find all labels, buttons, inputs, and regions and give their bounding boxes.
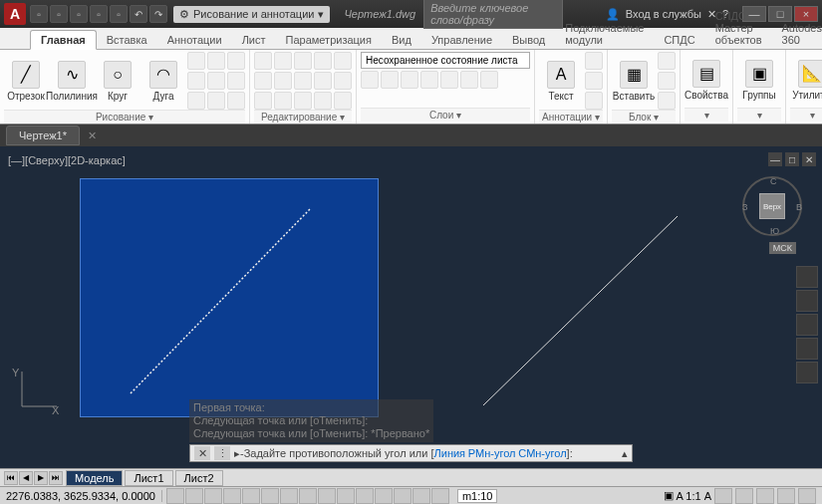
draw-sm-3[interactable] <box>227 52 245 70</box>
draw-sm-8[interactable] <box>207 92 225 110</box>
cmd-opt-rmn[interactable]: РМн-угол <box>468 447 516 459</box>
mod-sm-13[interactable] <box>294 92 312 110</box>
annotation-vis-icon[interactable]: A <box>704 490 711 502</box>
st-osnap-icon[interactable] <box>242 488 260 504</box>
mod-move-icon[interactable] <box>254 52 272 70</box>
mod-erase-icon[interactable] <box>314 52 332 70</box>
workspace-selector[interactable]: ⚙ Рисование и аннотации ▾ <box>173 6 330 23</box>
tab-annotations[interactable]: Аннотации <box>157 31 232 49</box>
tab-a360[interactable]: Autodesk 360 <box>772 19 822 49</box>
vp-close-icon[interactable]: ✕ <box>802 152 816 166</box>
mod-explode-icon[interactable] <box>294 72 312 90</box>
st-grid-icon[interactable] <box>185 488 203 504</box>
tab-spds[interactable]: СПДС <box>654 31 704 49</box>
panel-modify-title[interactable]: Редактирование ▾ <box>254 110 352 124</box>
layer-btn-5[interactable] <box>440 71 458 89</box>
mod-rotate-icon[interactable] <box>274 52 292 70</box>
nav-orbit-icon[interactable] <box>796 338 818 360</box>
nav-pan-icon[interactable] <box>796 290 818 312</box>
st-lock-icon[interactable] <box>735 488 753 504</box>
viewcube[interactable]: С Ю В З Верх <box>742 176 802 236</box>
viewcube-top[interactable]: Верх <box>759 193 785 219</box>
sheet-nav-prev-icon[interactable]: ◀ <box>19 471 33 485</box>
tab-view[interactable]: Вид <box>382 31 421 49</box>
leader-icon[interactable] <box>585 72 603 90</box>
draw-sm-2[interactable] <box>207 52 225 70</box>
doc-tab-1[interactable]: Чертеж1* <box>6 126 80 145</box>
polyline-button[interactable]: ∿Полилиния <box>50 59 94 104</box>
sheet-nav-next-icon[interactable]: ▶ <box>34 471 48 485</box>
sheet-nav-last-icon[interactable]: ⏭ <box>49 471 63 485</box>
qat-new-icon[interactable]: ▫ <box>30 5 48 23</box>
text-button[interactable]: AТекст <box>539 59 583 104</box>
cmd-close-icon[interactable]: ✕ <box>194 446 210 460</box>
cmd-opt-smn[interactable]: СМн-угол <box>518 447 566 459</box>
insert-button[interactable]: ▦Вставить <box>612 59 656 104</box>
qat-redo-icon[interactable]: ↷ <box>149 5 167 23</box>
vp-maximize-icon[interactable]: □ <box>785 152 799 166</box>
st-3dosnap-icon[interactable] <box>261 488 279 504</box>
st-sc-icon[interactable] <box>394 488 411 504</box>
qat-save-icon[interactable]: ▫ <box>70 5 88 23</box>
layer-state-combo[interactable]: Несохраненное состояние листа <box>361 52 530 69</box>
layer-btn-3[interactable] <box>401 71 418 89</box>
layer-btn-1[interactable] <box>361 71 379 89</box>
nav-wheel-icon[interactable] <box>796 266 818 288</box>
block-create-icon[interactable] <box>658 52 676 70</box>
tab-spds-master[interactable]: СПДС Мастер объектов <box>705 7 772 49</box>
block-attr-icon[interactable] <box>658 92 676 110</box>
model-space-button[interactable]: ▣ <box>664 489 674 502</box>
mod-sm-15[interactable] <box>334 92 352 110</box>
mod-sm-14[interactable] <box>314 92 332 110</box>
st-otrack-icon[interactable] <box>280 488 298 504</box>
panel-block-title[interactable]: Блок ▾ <box>612 110 676 124</box>
circle-button[interactable]: ○Круг <box>96 59 139 104</box>
st-polar-icon[interactable] <box>223 488 241 504</box>
scale-combo[interactable]: m1:10 <box>457 489 498 503</box>
st-tpy-icon[interactable] <box>356 488 374 504</box>
mod-stretch-icon[interactable] <box>314 72 332 90</box>
qat-open-icon[interactable]: ▫ <box>50 5 68 23</box>
nav-zoom-icon[interactable] <box>796 314 818 336</box>
st-iso-icon[interactable] <box>777 488 795 504</box>
layer-btn-6[interactable] <box>460 71 478 89</box>
sheet-list2[interactable]: Лист2 <box>175 470 223 486</box>
mod-copy-icon[interactable] <box>334 52 352 70</box>
sheet-list1[interactable]: Лист1 <box>125 470 172 486</box>
mod-offset-icon[interactable] <box>274 92 292 110</box>
st-clean-icon[interactable] <box>798 488 816 504</box>
mod-array-icon[interactable] <box>254 92 272 110</box>
draw-sm-5[interactable] <box>207 72 225 90</box>
mod-trim-icon[interactable] <box>294 52 312 70</box>
st-lwt-icon[interactable] <box>337 488 355 504</box>
mod-mirror-icon[interactable] <box>254 72 272 90</box>
layer-btn-7[interactable] <box>480 71 498 89</box>
sheet-nav-first-icon[interactable]: ⏮ <box>4 471 18 485</box>
panel-draw-title[interactable]: Рисование ▾ <box>4 110 245 124</box>
block-edit-icon[interactable] <box>658 72 676 90</box>
cmd-handle-icon[interactable]: ⋮ <box>214 446 230 460</box>
panel-anno-title[interactable]: Аннотации ▾ <box>539 110 603 124</box>
tab-output[interactable]: Вывод <box>502 31 555 49</box>
dim-icon[interactable] <box>585 52 603 70</box>
tab-home[interactable]: Главная <box>30 30 97 50</box>
tab-plugins[interactable]: Подключаемые модули <box>555 19 654 49</box>
vp-minimize-icon[interactable]: — <box>768 152 782 166</box>
nav-showmotion-icon[interactable] <box>796 362 818 383</box>
st-ortho-icon[interactable] <box>204 488 222 504</box>
st-am-icon[interactable] <box>431 488 449 504</box>
draw-sm-4[interactable] <box>187 72 205 90</box>
qat-saveas-icon[interactable]: ▫ <box>90 5 108 23</box>
annotation-scale[interactable]: A 1:1 <box>677 490 701 502</box>
qat-print-icon[interactable]: ▫ <box>110 5 128 23</box>
draw-sm-1[interactable] <box>187 52 205 70</box>
coordinates[interactable]: 2276.0383, 3625.9334, 0.0000 <box>0 490 162 502</box>
tab-sheet[interactable]: Лист <box>232 31 276 49</box>
properties-button[interactable]: ▤Свойства <box>685 58 728 103</box>
draw-sm-9[interactable] <box>227 92 245 110</box>
cmd-chevron-icon[interactable]: ▴ <box>622 447 628 460</box>
layer-btn-2[interactable] <box>381 71 399 89</box>
panel-layers-title[interactable]: Слои ▾ <box>361 108 530 122</box>
app-logo-icon[interactable]: A <box>4 3 26 25</box>
table-icon[interactable] <box>585 92 603 110</box>
